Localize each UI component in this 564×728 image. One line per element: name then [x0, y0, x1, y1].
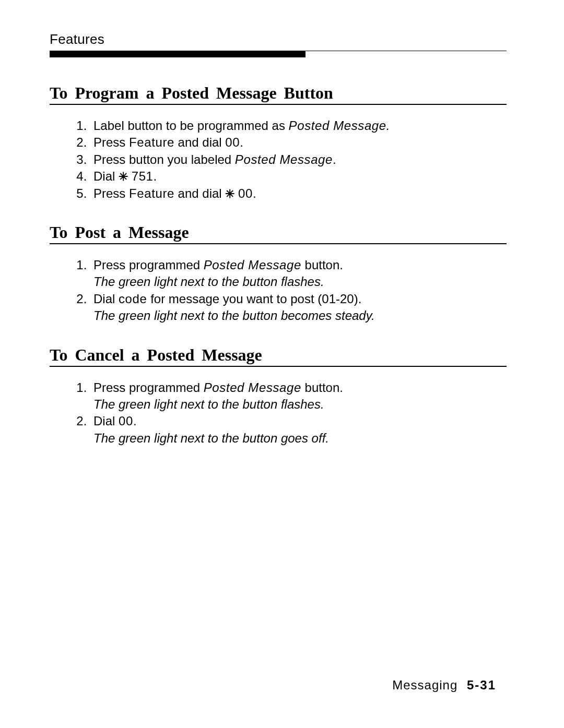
section-rule: [50, 104, 507, 105]
list-item: Dial code for message you want to post (…: [90, 291, 507, 325]
step-note: The green light next to the button goes …: [93, 431, 329, 445]
step-note: The green light next to the button flash…: [93, 275, 324, 289]
section-title-post: To Post a Message: [50, 223, 507, 242]
term-posted-message: Posted Message: [235, 152, 333, 166]
term-posted-message: Posted Message: [204, 258, 301, 272]
step-text: button.: [301, 258, 343, 272]
section-title-program: To Program a Posted Message Button: [50, 83, 507, 103]
step-text: Press: [93, 186, 129, 200]
step-text: for message you want to post (01-20).: [147, 292, 361, 306]
dial-code: 00.: [119, 414, 137, 428]
header-rule: [50, 51, 507, 57]
steps-post: Press programmed Posted Message button. …: [50, 257, 507, 325]
star-icon: ✳: [119, 170, 128, 183]
step-text: Press button you labeled: [93, 152, 235, 166]
step-text: Label button to be programmed as: [93, 118, 289, 133]
header-label: Features: [50, 31, 507, 47]
step-text: Press programmed: [93, 380, 204, 395]
footer-page-number: 5-31: [467, 678, 496, 692]
section-rule: [50, 366, 507, 367]
step-text: Press: [93, 135, 129, 149]
steps-program: Label button to be programmed as Posted …: [50, 117, 507, 202]
step-text: Dial: [93, 292, 119, 306]
list-item: Label button to be programmed as Posted …: [90, 117, 507, 134]
step-text: and dial: [174, 186, 225, 200]
header-rule-thick: [50, 51, 306, 57]
step-note: The green light next to the button becom…: [93, 308, 375, 323]
term-posted-message: Posted Message.: [289, 118, 390, 133]
footer-section: Messaging: [392, 678, 457, 692]
step-note: The green light next to the button flash…: [93, 397, 324, 411]
step-text: Dial: [93, 169, 119, 183]
list-item: Press programmed Posted Message button. …: [90, 257, 507, 291]
step-text: button.: [301, 380, 343, 395]
steps-cancel: Press programmed Posted Message button. …: [50, 379, 507, 447]
list-item: Press programmed Posted Message button. …: [90, 379, 507, 413]
list-item: Dial ✳ 751.: [90, 168, 507, 185]
section-rule: [50, 243, 507, 244]
footer: Messaging 5-31: [392, 678, 496, 693]
key-feature: Feature: [129, 135, 174, 149]
dial-code: 751.: [132, 169, 157, 183]
list-item: Press button you labeled Posted Message.: [90, 151, 507, 168]
step-text: Press programmed: [93, 258, 204, 272]
list-item: Press Feature and dial 00.: [90, 134, 507, 151]
step-text: .: [333, 152, 336, 166]
dial-code: 00.: [238, 186, 256, 200]
step-text: Dial: [93, 414, 119, 428]
section-title-cancel: To Cancel a Posted Message: [50, 345, 507, 365]
key-feature: Feature: [129, 186, 174, 200]
step-text: and dial: [174, 135, 225, 149]
term-posted-message: Posted Message: [204, 380, 301, 395]
page: Features To Program a Posted Message But…: [0, 0, 564, 728]
dial-code: code: [119, 292, 147, 306]
dial-code: 00.: [225, 135, 243, 149]
star-icon: ✳: [225, 187, 234, 200]
list-item: Dial 00. The green light next to the but…: [90, 413, 507, 447]
list-item: Press Feature and dial ✳ 00.: [90, 185, 507, 202]
